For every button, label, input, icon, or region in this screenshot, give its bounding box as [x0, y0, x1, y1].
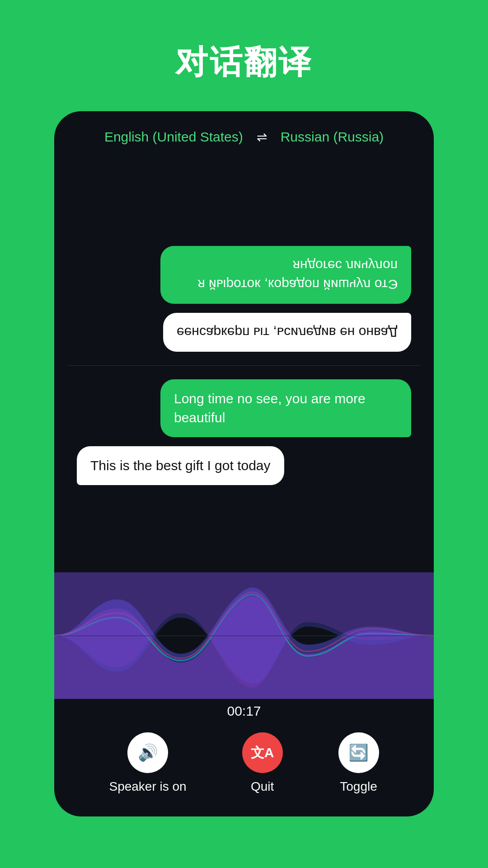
toggle-icon: 🔄 [348, 743, 369, 762]
lang-right[interactable]: Russian (Russia) [281, 129, 384, 145]
swap-icon[interactable]: ⇌ [257, 130, 267, 145]
waveform-baseline [54, 636, 434, 636]
speaker-control[interactable]: 🔊 Speaker is on [109, 732, 186, 794]
timer-display: 00:17 [54, 699, 434, 728]
bottom-controls: 🔊 Speaker is on 文A Quit 🔄 Toggle [54, 728, 434, 816]
quit-label: Quit [251, 779, 274, 794]
quit-icon: 文A [251, 744, 274, 762]
bubble-english-longsee: Long time no see, you are more beautiful [160, 379, 411, 437]
bubble-russian-gift: Это лучший подарок, который я получил се… [160, 246, 411, 304]
quit-button[interactable]: 文A [242, 732, 283, 773]
lang-header: English (United States) ⇌ Russian (Russi… [54, 111, 434, 158]
lang-left[interactable]: English (United States) [104, 129, 243, 145]
bubble-russian-longsee: Давно не виделись, ты прекраснее [163, 313, 411, 352]
chat-upper: Это лучший подарок, который я получил се… [54, 158, 434, 365]
waveform-area [54, 572, 434, 699]
speaker-label: Speaker is on [109, 779, 186, 794]
toggle-control[interactable]: 🔄 Toggle [338, 732, 379, 794]
toggle-button[interactable]: 🔄 [338, 732, 379, 773]
page-title: 对话翻译 [175, 41, 313, 84]
speaker-button[interactable]: 🔊 [127, 732, 168, 773]
speaker-icon: 🔊 [138, 743, 158, 762]
bubble-english-gift: This is the best gift I got today [77, 446, 284, 485]
quit-control[interactable]: 文A Quit [242, 732, 283, 794]
chat-lower: Long time no see, you are more beautiful… [54, 366, 434, 573]
phone-container: English (United States) ⇌ Russian (Russi… [54, 111, 434, 816]
toggle-label: Toggle [340, 779, 377, 794]
